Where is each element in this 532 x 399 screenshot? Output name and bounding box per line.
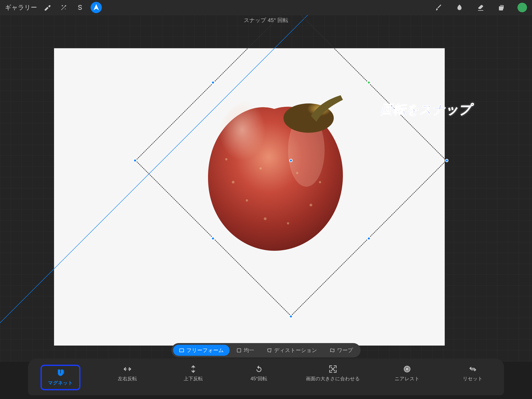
distortion-icon — [267, 348, 272, 353]
action-rotate-45[interactable]: 45°回転 — [240, 365, 278, 390]
action-rotate-45-label: 45°回転 — [251, 375, 267, 382]
action-magnet[interactable]: マグネット — [40, 365, 80, 390]
uniform-icon — [236, 348, 242, 353]
bbox-handle-top-left[interactable] — [211, 81, 215, 84]
action-fit-screen[interactable]: 画面の大きさに合わせる — [306, 365, 360, 390]
action-nearest[interactable]: ニアレスト — [388, 365, 426, 390]
svg-rect-13 — [180, 349, 184, 352]
color-chip[interactable] — [518, 3, 527, 12]
action-reset[interactable]: リセット — [454, 365, 492, 390]
bbox-handle-center[interactable] — [289, 159, 293, 162]
mode-distortion[interactable]: ディストーション — [261, 345, 323, 356]
action-flip-horizontal[interactable]: 左右反転 — [109, 365, 146, 390]
action-nearest-label: ニアレスト — [395, 375, 420, 382]
eraser-icon[interactable] — [475, 2, 486, 13]
mode-freeform[interactable]: フリーフォーム — [173, 345, 230, 356]
action-magnet-label: マグネット — [48, 380, 73, 386]
warp-icon — [329, 348, 335, 353]
magnet-icon — [56, 369, 65, 378]
wrench-icon[interactable] — [42, 2, 53, 13]
transform-mode-bar: フリーフォーム 均一 ディストーション ワープ — [171, 343, 361, 357]
flip-horizontal-icon — [123, 365, 132, 373]
action-flip-vertical[interactable]: 上下反転 — [175, 365, 212, 390]
annotation-snap-rotation: 回転をスナップ — [380, 101, 472, 118]
svg-point-16 — [63, 372, 64, 373]
mode-warp[interactable]: ワープ — [324, 345, 359, 356]
bbox-handle-right[interactable] — [445, 159, 449, 162]
mode-warp-label: ワープ — [337, 347, 353, 354]
bbox-handle-left[interactable] — [133, 159, 137, 162]
bbox-handle-bottom[interactable] — [289, 315, 293, 318]
nearest-icon — [403, 365, 412, 373]
bbox-rotation-handle[interactable] — [367, 81, 371, 84]
brush-icon[interactable] — [433, 2, 444, 13]
wand-icon[interactable] — [58, 2, 70, 13]
action-flip-vertical-label: 上下反転 — [184, 375, 203, 382]
canvas-sheet[interactable] — [54, 48, 445, 346]
mode-freeform-label: フリーフォーム — [186, 347, 224, 354]
freeform-icon — [179, 348, 184, 353]
svg-point-15 — [63, 371, 64, 372]
action-flip-horizontal-label: 左右反転 — [118, 375, 137, 382]
mode-uniform-label: 均一 — [244, 347, 254, 354]
bbox-handle-bottom-left[interactable] — [211, 237, 215, 240]
smudge-icon[interactable] — [454, 2, 465, 13]
selection-s-icon[interactable] — [74, 2, 86, 13]
fit-screen-icon — [329, 365, 337, 373]
action-fit-screen-label: 画面の大きさに合わせる — [306, 375, 360, 382]
canvas-viewport[interactable]: 回転をスナップ — [0, 15, 532, 361]
transform-status-text: スナップ 45° 回転 — [0, 17, 532, 24]
reset-icon — [469, 365, 477, 373]
action-reset-label: リセット — [463, 375, 483, 382]
transform-action-bar: マグネット 左右反転 上下反転 45°回転 画面の大きさに合わせる ニアレスト — [28, 359, 504, 395]
transform-arrow-icon[interactable] — [91, 2, 102, 13]
gallery-button[interactable]: ギャラリー — [5, 3, 37, 12]
mode-uniform[interactable]: 均一 — [230, 345, 260, 356]
top-toolbar: ギャラリー — [0, 0, 532, 15]
mode-distortion-label: ディストーション — [274, 347, 317, 354]
flip-vertical-icon — [189, 365, 198, 373]
bbox-handle-bottom-right[interactable] — [367, 237, 371, 240]
layers-icon[interactable] — [496, 2, 507, 13]
svg-rect-14 — [237, 348, 241, 352]
svg-marker-0 — [94, 5, 99, 10]
rotate-45-icon — [254, 365, 263, 373]
